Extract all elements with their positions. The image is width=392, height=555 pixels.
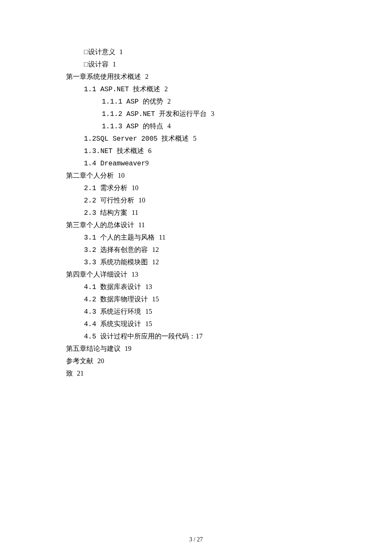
toc-entry: 2.3 结构方案 11 xyxy=(66,207,341,219)
toc-text: 设计意义 xyxy=(88,49,115,56)
toc-page: 11 xyxy=(159,234,165,241)
toc-entry: 致 21 xyxy=(66,367,341,380)
toc-text: 1.1.3 ASP 的特点 xyxy=(102,123,163,130)
toc-entry: 1.3.NET 技术概述 6 xyxy=(66,145,341,157)
toc-text: 参考文献 xyxy=(66,358,93,365)
toc-entry: 3.1 个人的主题与风格 11 xyxy=(66,231,341,244)
toc-page: 2 xyxy=(164,85,168,92)
toc-entry: 第四章个人详细设计 13 xyxy=(66,269,341,281)
toc-entry: 1.1 ASP.NET 技术概述 2 xyxy=(66,83,341,95)
page-footer: 3 / 27 xyxy=(0,536,392,543)
toc-text: 2.2 可行性分析 xyxy=(84,197,134,205)
toc-entry: 4.5 设计过程中所应用的一段代码：17 xyxy=(66,330,341,343)
toc-page: 1 xyxy=(119,48,123,55)
toc-page: 15 xyxy=(152,295,159,303)
toc-page: 9 xyxy=(145,159,149,167)
toc-entry: 2.1 需求分析 10 xyxy=(66,182,341,194)
toc-entry: 4.4 系统实现设计 15 xyxy=(66,318,341,330)
toc-text: 第三章个人的总体设计 xyxy=(66,222,134,229)
toc-text: 4.3 系统运行环境 xyxy=(84,308,141,316)
toc-text: 设计容 xyxy=(88,61,109,69)
toc-entry: 第一章系统使用技术概述 2 xyxy=(66,71,341,83)
toc-text: 4.2 数据库物理设计 xyxy=(84,296,148,304)
page-separator: / xyxy=(192,536,197,543)
toc-text: 3.3 系统功能模块图 xyxy=(84,259,148,266)
toc-text: 4.5 设计过程中所应用的一段代码： xyxy=(84,333,196,341)
toc-page: 19 xyxy=(125,345,132,352)
checkbox-icon: □ xyxy=(84,61,88,68)
toc-page: 13 xyxy=(145,283,152,290)
toc-entry: 1.2SQL Server 2005 技术概述 5 xyxy=(66,133,341,145)
toc-page: 10 xyxy=(118,172,125,179)
toc-text: 3.2 选择有创意的容 xyxy=(84,246,148,254)
toc-page: 4 xyxy=(167,122,171,130)
toc-text: 1.1.1 ASP 的优势 xyxy=(102,98,163,106)
toc-text: 第一章系统使用技术概述 xyxy=(66,73,141,81)
toc-entry: 3.3 系统功能模块图 12 xyxy=(66,256,341,269)
checkbox-icon: □ xyxy=(84,48,88,55)
toc-page: 2 xyxy=(167,98,171,105)
toc-text: 致 xyxy=(66,370,73,378)
toc-entry: 1.4 Dreamweaver9 xyxy=(66,157,341,170)
toc-text: 第四章个人详细设计 xyxy=(66,271,127,279)
toc-page: 13 xyxy=(132,271,138,278)
toc-page: 6 xyxy=(148,147,151,154)
toc-text: 1.3.NET 技术概述 xyxy=(84,147,144,155)
toc-page: 10 xyxy=(138,197,145,204)
toc-text: 1.2SQL Server 2005 技术概述 xyxy=(84,135,189,143)
toc-text: 2.1 需求分析 xyxy=(84,185,127,192)
toc-page: 5 xyxy=(193,135,196,142)
toc-page: 12 xyxy=(152,246,159,253)
toc-page: 11 xyxy=(138,221,145,228)
toc-page: 3 xyxy=(211,110,214,117)
toc-page: 2 xyxy=(145,73,149,80)
toc-entry: 1.1.1 ASP 的优势 2 xyxy=(66,95,341,108)
toc-page: 21 xyxy=(77,370,84,377)
toc-entry: □设计容 1 xyxy=(66,58,341,71)
toc-entry: 1.1.3 ASP 的特点 4 xyxy=(66,120,341,133)
toc-entry: 第二章个人分析 10 xyxy=(66,170,341,182)
toc-entry: 第五章结论与建议 19 xyxy=(66,343,341,355)
toc-entry: 4.2 数据库物理设计 15 xyxy=(66,293,341,306)
toc-text: 1.1 ASP.NET 技术概述 xyxy=(84,86,160,93)
current-page-number: 3 xyxy=(189,536,192,543)
toc-page: 17 xyxy=(196,332,202,340)
toc-entry: 2.2 可行性分析 10 xyxy=(66,194,341,207)
toc-entry: 第三章个人的总体设计 11 xyxy=(66,219,341,231)
toc-page: 12 xyxy=(152,258,159,266)
toc-text: 4.4 系统实现设计 xyxy=(84,321,141,328)
toc-text: 1.1.2 ASP.NET 开发和运行平台 xyxy=(102,110,207,118)
toc-text: 第五章结论与建议 xyxy=(66,345,121,353)
total-pages: 27 xyxy=(197,536,203,543)
toc-entry: □设计意义 1 xyxy=(66,46,341,58)
toc-page: 15 xyxy=(145,308,152,315)
toc-page: 10 xyxy=(132,184,138,191)
toc-entry: 4.1 数据库表设计 13 xyxy=(66,281,341,293)
toc-entry: 1.1.2 ASP.NET 开发和运行平台 3 xyxy=(66,108,341,120)
toc-text: 2.3 结构方案 xyxy=(84,209,127,217)
toc-entry: 4.3 系统运行环境 15 xyxy=(66,306,341,318)
toc-entry: 3.2 选择有创意的容 12 xyxy=(66,244,341,256)
toc-text: 第二章个人分析 xyxy=(66,172,114,180)
table-of-contents: □设计意义 1 □设计容 1 第一章系统使用技术概述 2 1.1 ASP.NET… xyxy=(0,0,392,380)
toc-page: 20 xyxy=(98,357,104,364)
toc-page: 11 xyxy=(132,209,138,216)
toc-text: 3.1 个人的主题与风格 xyxy=(84,234,155,242)
toc-text: 4.1 数据库表设计 xyxy=(84,283,141,291)
toc-entry: 参考文献 20 xyxy=(66,355,341,367)
toc-text: 1.4 Dreamweaver xyxy=(84,160,145,168)
toc-page: 1 xyxy=(112,61,116,68)
toc-page: 15 xyxy=(145,320,152,327)
